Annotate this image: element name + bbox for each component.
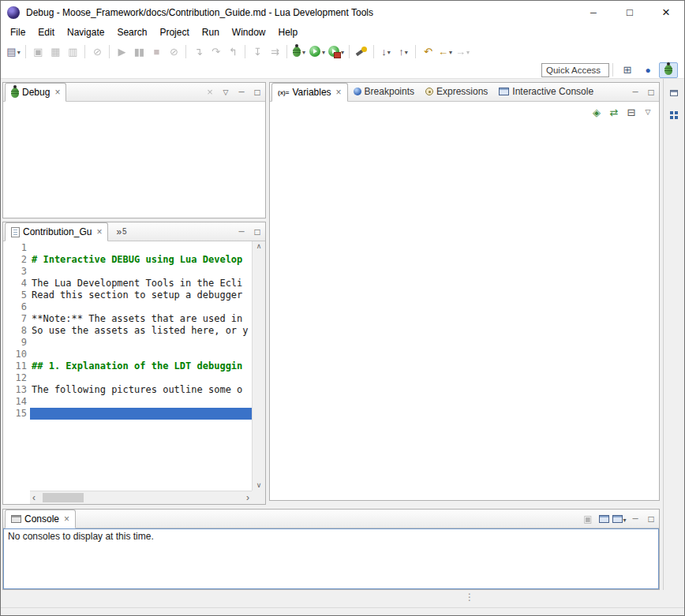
tab-variables[interactable]: (x)= Variables (271, 83, 348, 102)
run-button[interactable] (308, 43, 327, 60)
quick-access-input[interactable]: Quick Access (541, 63, 609, 77)
minimize-view-button[interactable] (234, 224, 249, 240)
pin-console-button (580, 511, 596, 527)
maximize-view-button[interactable] (643, 511, 659, 527)
dropdown-arrow-icon[interactable] (465, 46, 470, 57)
minimize-view-button[interactable] (627, 84, 643, 100)
code-line[interactable] (32, 349, 252, 360)
code-line[interactable]: # Interactive DEBUG using Lua Develop (32, 254, 252, 266)
dropdown-arrow-icon[interactable] (403, 46, 408, 57)
previous-annotation-button[interactable]: ↑ (395, 43, 412, 60)
logical-structure-icon: ◈ (593, 106, 601, 118)
code-line[interactable] (32, 242, 252, 254)
editor-code[interactable]: # Interactive DEBUG using Lua DevelopThe… (30, 241, 252, 491)
variables-content[interactable] (270, 122, 659, 500)
debug-perspective-button[interactable] (659, 62, 678, 78)
last-edit-location-button[interactable]: ↶ (419, 43, 436, 60)
console-content[interactable]: No consoles to display at this time. (3, 528, 659, 589)
tab-contribution-guide[interactable]: Contribution_Gu (5, 222, 108, 241)
menu-edit[interactable]: Edit (32, 24, 61, 41)
back-button[interactable]: ← (436, 43, 454, 60)
dropdown-arrow-icon[interactable] (301, 46, 305, 57)
debug-button[interactable] (290, 43, 308, 60)
code-line[interactable] (30, 408, 252, 420)
minimize-view-button[interactable] (234, 84, 249, 100)
dropdown-arrow-icon[interactable] (386, 46, 391, 57)
tab-debug[interactable]: Debug (5, 83, 66, 102)
code-line[interactable]: So use the assets as listed here, or y (32, 325, 252, 337)
editor-tab-overflow[interactable]: 5 (116, 226, 126, 237)
editor-vertical-scrollbar[interactable] (252, 241, 265, 491)
menu-project[interactable]: Project (153, 24, 195, 41)
debug-view-tabbar: Debug (3, 83, 265, 102)
menu-run[interactable]: Run (196, 24, 226, 41)
menu-search[interactable]: Search (110, 24, 153, 41)
external-tools-button[interactable] (327, 43, 346, 60)
tab-label: Interactive Console (512, 86, 593, 97)
debug-view-content[interactable] (3, 102, 265, 218)
close-tab-icon[interactable] (62, 513, 69, 525)
open-console-button[interactable] (612, 511, 627, 527)
minimize-window-button[interactable] (575, 1, 612, 24)
lua-perspective-button[interactable] (638, 62, 657, 78)
menu-navigate[interactable]: Navigate (61, 24, 110, 41)
open-perspective-button[interactable] (618, 62, 637, 78)
tab-interactive-console[interactable]: Interactive Console (493, 82, 599, 101)
close-tab-icon[interactable] (335, 87, 342, 98)
code-line[interactable]: ## 1. Explanation of the LDT debuggin (32, 360, 252, 372)
collapse-all-button[interactable]: ⊟ (623, 104, 640, 120)
maximize-view-button[interactable] (249, 224, 265, 240)
show-references-button[interactable]: ⇄ (605, 104, 623, 120)
editor-panel: Contribution_Gu 5 123456789101112131415 … (2, 222, 266, 505)
maximize-window-button[interactable] (612, 1, 648, 24)
code-line[interactable] (32, 301, 252, 313)
close-window-button[interactable] (648, 1, 684, 24)
tab-expressions[interactable]: Expressions (420, 82, 493, 101)
save-icon: ▣ (33, 47, 42, 57)
scrollbar-thumb[interactable] (43, 493, 84, 502)
restore-minimized-view-button[interactable] (666, 85, 682, 101)
search-button[interactable] (353, 43, 370, 60)
dropdown-arrow-icon[interactable] (623, 514, 626, 524)
scroll-up-arrow[interactable] (256, 243, 262, 250)
code-line[interactable] (32, 266, 252, 278)
code-line[interactable]: **Note:** The assets that are used in (32, 313, 252, 325)
dropdown-arrow-icon[interactable] (16, 46, 21, 57)
toolbar-separator (286, 45, 287, 58)
display-selected-console-button[interactable] (596, 511, 612, 527)
code-line[interactable]: Read this section to setup a debugger (32, 289, 252, 301)
dropdown-arrow-icon[interactable] (320, 46, 325, 57)
code-line[interactable] (32, 337, 252, 349)
code-line[interactable] (32, 372, 252, 384)
scroll-down-arrow[interactable] (256, 482, 262, 489)
new-wizard-button[interactable]: ▤ (5, 43, 22, 60)
code-line[interactable]: The Lua Development Tools in the Ecli (32, 278, 252, 289)
next-annotation-button[interactable]: ↓ (377, 43, 395, 60)
annotation-ruler (3, 241, 9, 491)
open-console-icon (612, 515, 623, 523)
tab-console[interactable]: Console (5, 510, 76, 528)
view-menu-button[interactable] (640, 104, 656, 120)
maximize-view-button[interactable] (643, 84, 659, 100)
close-tab-icon[interactable] (53, 87, 60, 98)
menu-help[interactable]: Help (272, 24, 305, 41)
scroll-right-arrow[interactable] (246, 493, 249, 502)
menu-window[interactable]: Window (226, 24, 272, 41)
suspend-button: ▮▮ (130, 43, 148, 60)
tab-breakpoints[interactable]: Breakpoints (348, 82, 420, 101)
console-icon (11, 515, 21, 523)
code-line[interactable]: The following pictures outline some o (32, 384, 252, 396)
dropdown-arrow-icon[interactable] (447, 46, 452, 57)
sash-drag-handle[interactable] (465, 592, 474, 603)
editor-horizontal-scrollbar[interactable] (30, 491, 252, 504)
minimized-outline-view-button[interactable] (666, 107, 682, 123)
view-menu-button[interactable] (218, 84, 234, 100)
tab-label: Console (24, 513, 59, 525)
show-logical-structure-button[interactable]: ◈ (588, 104, 605, 120)
menu-file[interactable]: File (4, 24, 32, 41)
minimize-view-button[interactable] (627, 511, 643, 527)
maximize-view-button[interactable] (249, 84, 265, 100)
close-tab-icon[interactable] (95, 226, 102, 237)
scroll-left-arrow[interactable] (32, 493, 36, 502)
code-line[interactable] (32, 396, 252, 408)
